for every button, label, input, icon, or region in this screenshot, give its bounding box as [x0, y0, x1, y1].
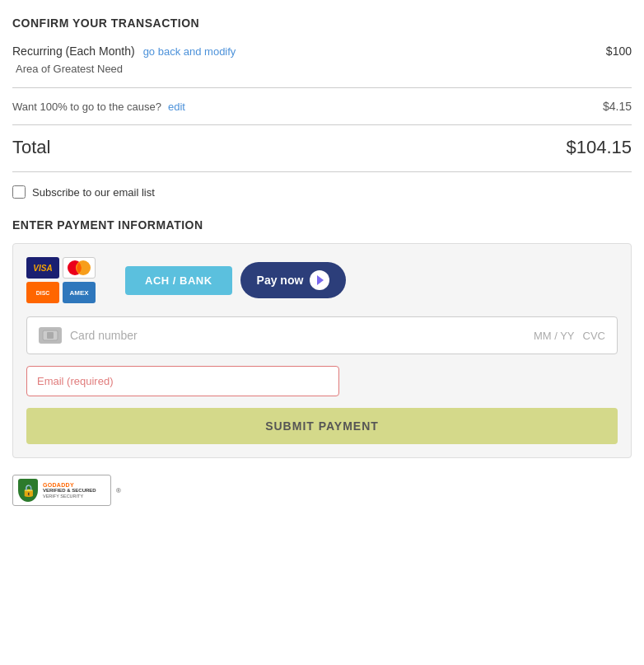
pay-now-arrow-icon — [310, 270, 329, 290]
arrow-right-icon — [317, 275, 324, 285]
amex-icon: AMEX — [63, 282, 96, 303]
area-label-row: Area of Greatest Need — [12, 61, 632, 76]
cause-label: Want 100% to go to the cause? — [12, 101, 161, 113]
area-label: Area of Greatest Need — [12, 63, 123, 75]
total-amount: $104.15 — [566, 137, 632, 158]
go-back-link[interactable]: go back and modify — [143, 45, 236, 58]
discover-icon: DISC — [26, 282, 59, 303]
godaddy-brand: GODADDY — [43, 482, 96, 488]
card-expiry-cvc: MM / YY CVC — [534, 330, 605, 342]
total-section: Total $104.15 — [12, 137, 632, 172]
recurring-row-left: Recurring (Each Month) go back and modif… — [12, 44, 236, 58]
recurring-row: Recurring (Each Month) go back and modif… — [12, 44, 632, 58]
card-icons-group: VISA DISC AMEX — [26, 257, 117, 303]
payment-container: VISA DISC AMEX ACH / BANK Pay now — [12, 243, 632, 458]
recurring-amount: $100 — [606, 44, 632, 58]
subscribe-text: Subscribe to our email list — [32, 186, 155, 199]
security-badge: 🔒 GODADDY VERIFIED & SECURED VERIFY SECU… — [12, 475, 632, 506]
cause-row: Want 100% to go to the cause? edit $4.15 — [12, 100, 632, 113]
subscribe-section: Subscribe to our email list — [12, 185, 632, 199]
card-chip-icon — [39, 327, 62, 344]
pay-now-label: Pay now — [257, 274, 304, 287]
confirm-title: CONFIRM YOUR TRANSACTION — [12, 16, 632, 30]
svg-rect-3 — [47, 332, 54, 339]
cause-section: Want 100% to go to the cause? edit $4.15 — [12, 100, 632, 125]
godaddy-text: GODADDY VERIFIED & SECURED VERIFY SECURI… — [43, 482, 96, 499]
cvc-label: CVC — [583, 330, 605, 342]
pay-now-button[interactable]: Pay now — [240, 262, 347, 298]
edit-link[interactable]: edit — [168, 101, 185, 113]
ach-bank-button[interactable]: ACH / BANK — [125, 266, 232, 295]
card-number-field[interactable]: Card number MM / YY CVC — [26, 316, 618, 354]
mastercard-icon — [63, 257, 96, 279]
mm-yy-label: MM / YY — [534, 330, 575, 342]
transaction-section: Recurring (Each Month) go back and modif… — [12, 44, 632, 88]
recurring-label: Recurring (Each Month) — [12, 44, 135, 58]
email-field[interactable] — [26, 366, 339, 396]
godaddy-verify: VERIFY SECURITY — [43, 494, 96, 499]
shield-icon: 🔒 — [18, 479, 38, 502]
godaddy-badge[interactable]: 🔒 GODADDY VERIFIED & SECURED VERIFY SECU… — [12, 475, 111, 506]
cause-left: Want 100% to go to the cause? edit — [12, 101, 185, 113]
payment-title: ENTER PAYMENT INFORMATION — [12, 218, 632, 232]
registered-symbol: ® — [116, 487, 121, 494]
card-number-left: Card number — [39, 327, 138, 344]
godaddy-secured: VERIFIED & SECURED — [43, 488, 96, 494]
payment-methods: VISA DISC AMEX ACH / BANK Pay now — [26, 257, 618, 303]
total-label: Total — [12, 137, 50, 158]
card-number-placeholder: Card number — [70, 329, 138, 342]
cause-amount: $4.15 — [603, 100, 632, 113]
visa-icon: VISA — [26, 257, 59, 279]
subscribe-checkbox[interactable] — [12, 185, 26, 199]
submit-payment-button[interactable]: SUBMIT PAYMENT — [26, 408, 618, 444]
